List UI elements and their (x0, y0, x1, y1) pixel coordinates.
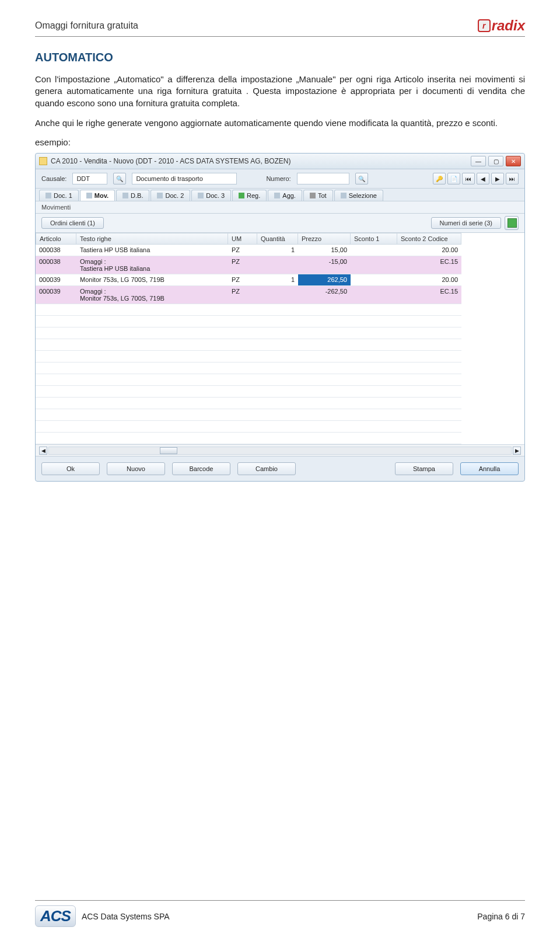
cell-q[interactable] (257, 286, 298, 304)
cell-art[interactable]: 000039 (36, 274, 76, 286)
green-action-button[interactable] (505, 216, 519, 230)
cell-empty[interactable] (36, 304, 76, 316)
cell-prezzo[interactable]: -262,50 (298, 286, 351, 304)
tab-doc-1[interactable]: Doc. 1 (39, 190, 79, 201)
cell-empty[interactable] (76, 409, 228, 421)
cell-empty[interactable] (298, 363, 351, 374)
cell-empty[interactable] (36, 433, 76, 444)
cell-q[interactable]: 1 (257, 245, 298, 256)
cell-empty[interactable] (298, 304, 351, 316)
cell-empty[interactable] (76, 351, 228, 363)
cell-empty[interactable] (36, 316, 76, 327)
table-row[interactable]: 000039Monitor 753s, LG 700S, 719BPZ1262,… (36, 274, 524, 286)
cell-empty[interactable] (351, 421, 397, 433)
tab-d-b-[interactable]: D.B. (116, 190, 149, 201)
table-row[interactable]: 000038Omaggi : Tastiera HP USB italianaP… (36, 256, 524, 274)
cell-empty[interactable] (36, 363, 76, 374)
annulla-button[interactable]: Annulla (460, 462, 519, 475)
cell-empty[interactable] (228, 339, 257, 351)
table-row-empty[interactable] (36, 327, 524, 339)
cell-empty[interactable] (351, 351, 397, 363)
cell-empty[interactable] (397, 339, 461, 351)
ordini-clienti-button[interactable]: Ordini clienti (1) (41, 217, 104, 229)
cell-um[interactable]: PZ (228, 286, 257, 304)
nav-next-button[interactable]: ▶ (491, 173, 504, 184)
cell-empty[interactable] (228, 421, 257, 433)
cell-s2[interactable]: EC.15 (397, 286, 461, 304)
table-row-empty[interactable] (36, 374, 524, 386)
table-row[interactable]: 000039Omaggi : Monitor 753s, LG 700S, 71… (36, 286, 524, 304)
cell-prezzo[interactable]: -15,00 (298, 256, 351, 274)
scroll-track[interactable] (48, 447, 512, 455)
cell-testo[interactable]: Omaggi : Tastiera HP USB italiana (76, 256, 228, 274)
maximize-button[interactable]: ▢ (488, 156, 503, 166)
cell-s2[interactable]: 20.00 (397, 245, 461, 256)
cell-empty[interactable] (298, 433, 351, 444)
cell-empty[interactable] (397, 398, 461, 409)
cell-testo[interactable]: Tastiera HP USB italiana (76, 245, 228, 256)
cell-empty[interactable] (397, 316, 461, 327)
cell-s2[interactable]: 20.00 (397, 274, 461, 286)
cell-empty[interactable] (228, 409, 257, 421)
cell-empty[interactable] (397, 374, 461, 386)
column-header[interactable]: Articolo (36, 233, 76, 245)
table-row-empty[interactable] (36, 398, 524, 409)
cell-empty[interactable] (36, 374, 76, 386)
cell-empty[interactable] (76, 304, 228, 316)
cell-empty[interactable] (257, 316, 298, 327)
cell-art[interactable]: 000038 (36, 256, 76, 274)
numeri-serie-button[interactable]: Numeri di serie (3) (431, 217, 501, 229)
cell-empty[interactable] (397, 363, 461, 374)
nav-first-button[interactable]: ⏮ (462, 173, 475, 184)
cell-empty[interactable] (76, 339, 228, 351)
column-header[interactable]: UM (228, 233, 257, 245)
cell-empty[interactable] (76, 421, 228, 433)
column-header[interactable]: Quantità (257, 233, 298, 245)
cell-empty[interactable] (351, 409, 397, 421)
scroll-thumb[interactable] (160, 447, 177, 454)
cell-empty[interactable] (257, 386, 298, 398)
cell-empty[interactable] (351, 386, 397, 398)
cell-empty[interactable] (76, 316, 228, 327)
column-header[interactable]: Testo righe (76, 233, 228, 245)
cell-empty[interactable] (298, 351, 351, 363)
cell-empty[interactable] (257, 374, 298, 386)
cell-empty[interactable] (298, 374, 351, 386)
table-row-empty[interactable] (36, 421, 524, 433)
column-header[interactable]: Prezzo (298, 233, 351, 245)
cell-empty[interactable] (351, 327, 397, 339)
table-row-empty[interactable] (36, 339, 524, 351)
cell-empty[interactable] (36, 327, 76, 339)
stampa-button[interactable]: Stampa (395, 462, 453, 475)
tab-selezione[interactable]: Selezione (334, 190, 383, 201)
cell-s1[interactable] (351, 274, 397, 286)
table-row-empty[interactable] (36, 433, 524, 444)
cell-q[interactable]: 1 (257, 274, 298, 286)
minimize-button[interactable]: — (471, 156, 486, 166)
cell-empty[interactable] (298, 409, 351, 421)
cell-empty[interactable] (76, 327, 228, 339)
cell-empty[interactable] (228, 363, 257, 374)
cell-empty[interactable] (228, 327, 257, 339)
table-row[interactable]: 000038Tastiera HP USB italianaPZ115,0020… (36, 245, 524, 256)
tool-key-icon[interactable]: 🔑 (433, 173, 446, 184)
cell-empty[interactable] (36, 409, 76, 421)
cell-empty[interactable] (228, 374, 257, 386)
nav-prev-button[interactable]: ◀ (477, 173, 489, 184)
cell-empty[interactable] (397, 433, 461, 444)
cell-empty[interactable] (397, 304, 461, 316)
cell-empty[interactable] (257, 363, 298, 374)
horizontal-scrollbar[interactable]: ◀ ▶ (36, 444, 524, 456)
tab-agg-[interactable]: Agg. (268, 190, 302, 201)
cell-um[interactable]: PZ (228, 274, 257, 286)
tab-tot[interactable]: Tot (303, 190, 333, 201)
cell-s1[interactable] (351, 245, 397, 256)
cell-s1[interactable] (351, 286, 397, 304)
cell-empty[interactable] (298, 316, 351, 327)
cell-s2[interactable]: EC.15 (397, 256, 461, 274)
cell-empty[interactable] (257, 351, 298, 363)
cell-empty[interactable] (228, 351, 257, 363)
cell-empty[interactable] (351, 339, 397, 351)
column-header[interactable]: Sconto 2 Codice (397, 233, 461, 245)
cell-empty[interactable] (298, 421, 351, 433)
